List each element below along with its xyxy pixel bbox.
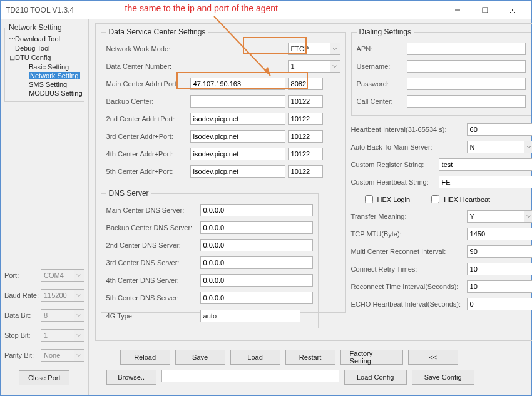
baud-select[interactable]: 115200 xyxy=(41,289,84,302)
chevron-down-icon xyxy=(74,290,84,301)
dial-legend: Dialing Settings xyxy=(357,28,414,36)
c5-port-input[interactable] xyxy=(288,165,323,178)
dsc-legend: Data Service Center Settings xyxy=(106,28,208,36)
titlebar: TD210 TOOL V1.3.4 xyxy=(1,1,531,19)
dns2-input[interactable] xyxy=(200,239,313,251)
password-input[interactable] xyxy=(407,78,526,90)
databit-select[interactable]: 8 xyxy=(41,309,84,322)
parity-select[interactable]: None xyxy=(41,349,84,362)
config-path-input[interactable] xyxy=(161,370,339,382)
savecfg-button[interactable]: Save Config xyxy=(412,370,474,385)
maximize-button[interactable] xyxy=(471,1,499,19)
mode-label: Network Work Mode: xyxy=(106,45,190,53)
dns5-input[interactable] xyxy=(200,292,313,304)
tree-item-network[interactable]: Network Setting xyxy=(18,71,83,80)
hb-label: Heartbeat Interval(31-65534 s): xyxy=(351,126,467,133)
chb-input[interactable] xyxy=(439,176,532,188)
c5-label: 5th Center Addr+Port: xyxy=(106,168,190,175)
port-select[interactable]: COM4 xyxy=(41,269,84,282)
nav-tree: ⋯Download Tool ⋯Debug Tool ⊟DTU Config B… xyxy=(6,34,83,98)
tm-label: Transfer Meaning: xyxy=(351,213,467,220)
save-button[interactable]: Save xyxy=(175,350,225,365)
parity-label: Parity Bit: xyxy=(4,352,41,359)
tree-item-debug[interactable]: ⋯Debug Tool xyxy=(6,44,83,53)
c5-addr-input[interactable] xyxy=(190,165,285,178)
tree-item-sms[interactable]: SMS Setting xyxy=(18,80,83,89)
tree-group: Network Setting ⋯Download Tool ⋯Debug To… xyxy=(4,23,84,102)
c2-port-input[interactable] xyxy=(288,113,323,125)
backup-label: Backup Center: xyxy=(106,98,190,105)
dns-main-input[interactable] xyxy=(200,204,313,216)
dns4-input[interactable] xyxy=(200,274,313,287)
dns4-label: 4th Center DNS Server: xyxy=(106,277,200,284)
minimize-button[interactable] xyxy=(444,1,471,19)
rti-label: Reconnect Time Interval(Seconds): xyxy=(351,283,467,290)
load-button[interactable]: Load xyxy=(230,350,280,365)
tree-item-modbus[interactable]: MODBUS Setting xyxy=(18,89,83,98)
tree-item-basic[interactable]: Basic Setting xyxy=(18,63,83,71)
c2-addr-input[interactable] xyxy=(190,113,285,125)
rti-input[interactable] xyxy=(467,280,532,293)
username-input[interactable] xyxy=(407,60,526,73)
svg-rect-1 xyxy=(483,8,488,13)
c3-addr-input[interactable] xyxy=(190,130,285,143)
apn-input[interactable] xyxy=(407,43,526,55)
fourg-label: 4G Type: xyxy=(106,312,200,320)
hb-input[interactable] xyxy=(467,123,532,136)
fourg-select[interactable]: auto xyxy=(200,310,300,322)
tree-item-dtu[interactable]: ⊟DTU Config xyxy=(6,53,83,63)
loadcfg-button[interactable]: Load Config xyxy=(344,370,407,385)
chb-label: Custom Heartbeat String: xyxy=(351,178,439,186)
chevron-down-icon xyxy=(74,310,84,321)
dcn-label: Data Center Number: xyxy=(106,63,190,70)
options-panel: Heartbeat Interval(31-65534 s): Auto Bac… xyxy=(351,121,532,313)
c4-port-input[interactable] xyxy=(288,148,323,160)
hexhb-checkbox[interactable]: HEX Heartbeat xyxy=(429,193,490,205)
mode-select[interactable]: FTCP xyxy=(288,43,340,55)
mtu-input[interactable] xyxy=(467,228,532,240)
dns-backup-input[interactable] xyxy=(200,221,313,234)
close-window-button[interactable] xyxy=(499,1,526,19)
chevron-down-icon xyxy=(330,43,340,54)
reg-label: Custom Register String: xyxy=(351,161,439,168)
pass-label: Password: xyxy=(357,80,407,88)
c4-addr-input[interactable] xyxy=(190,148,285,160)
dns5-label: 5th Center DNS Server: xyxy=(106,294,200,302)
dcn-select[interactable]: 1 xyxy=(288,60,340,73)
c2-label: 2nd Center Addr+Port: xyxy=(106,115,190,123)
browse-button[interactable]: Browse.. xyxy=(106,370,156,385)
echo-input[interactable] xyxy=(467,298,532,310)
callcenter-input[interactable] xyxy=(407,95,526,108)
restart-button[interactable]: Restart xyxy=(285,350,335,365)
tree-legend: Network Setting xyxy=(6,23,64,32)
dns2-label: 2nd Center DNS Server: xyxy=(106,241,200,249)
c3-port-input[interactable] xyxy=(288,130,323,143)
reload-button[interactable]: Reload xyxy=(120,350,170,365)
mcr-input[interactable] xyxy=(467,245,532,258)
chevron-down-icon xyxy=(74,330,84,341)
tree-item-download[interactable]: ⋯Download Tool xyxy=(6,34,83,44)
stopbit-select[interactable]: 1 xyxy=(41,329,84,342)
backup-addr-input[interactable] xyxy=(190,95,285,108)
chevron-down-icon xyxy=(524,211,532,222)
chevron-down-icon xyxy=(74,270,84,281)
crt-input[interactable] xyxy=(467,263,532,275)
autoback-label: Auto Back To Main Server: xyxy=(351,143,467,151)
backup-port-input[interactable] xyxy=(288,95,323,108)
autoback-select[interactable]: N xyxy=(467,141,532,153)
close-port-button[interactable]: Close Port xyxy=(19,370,69,385)
reg-input[interactable] xyxy=(439,158,532,171)
chevron-down-icon xyxy=(74,350,84,361)
chevron-down-icon xyxy=(330,61,340,72)
back-button[interactable]: << xyxy=(408,350,458,365)
dns3-input[interactable] xyxy=(200,256,313,269)
crt-label: Connect Retry Times: xyxy=(351,265,467,273)
main-addr-input[interactable] xyxy=(190,78,285,90)
tm-select[interactable]: Y xyxy=(467,210,532,223)
dns-main-label: Main Center DNS Server: xyxy=(106,206,200,214)
hexlogin-checkbox[interactable]: HEX Login xyxy=(362,193,411,205)
stopbit-label: Stop Bit: xyxy=(4,332,41,339)
factory-button[interactable]: Factory Setting xyxy=(340,350,403,365)
main-port-input[interactable] xyxy=(288,78,323,90)
dns3-label: 3rd Center DNS Server: xyxy=(106,259,200,267)
